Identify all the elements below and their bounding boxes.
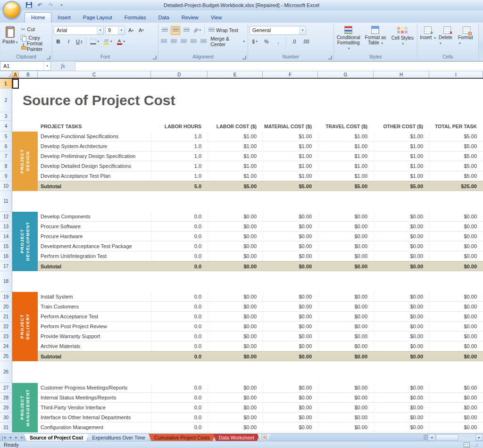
value-cell[interactable]: $0.00 — [318, 292, 374, 302]
insert-cells-button[interactable]: + Insert ▾ — [419, 25, 437, 54]
column-header-d[interactable]: D — [151, 71, 208, 78]
value-cell[interactable]: $1.00 — [263, 171, 318, 181]
row-header-17[interactable]: 17 — [0, 261, 12, 271]
scrollbar-thumb[interactable] — [436, 434, 458, 440]
format-painter-button[interactable]: Format Painter — [20, 42, 50, 50]
font-size-select[interactable]: 9▾ — [105, 26, 125, 35]
subtotal-cell[interactable]: $0.00 — [374, 351, 429, 361]
value-cell[interactable]: $0.00 — [374, 212, 429, 222]
sheet-tab-source-of-project-cost[interactable]: Source of Project Cost — [24, 434, 89, 441]
value-cell[interactable]: $0.00 — [318, 383, 374, 393]
value-cell[interactable]: $1.00 — [208, 161, 263, 171]
number-dialog-launcher[interactable] — [328, 56, 332, 59]
value-cell[interactable]: $5.00 — [429, 171, 483, 181]
paste-button[interactable]: Paste▾ — [2, 25, 18, 54]
value-cell[interactable]: $0.00 — [318, 232, 374, 241]
value-cell[interactable]: $0.00 — [374, 302, 429, 312]
subtotal-cell[interactable]: $0.00 — [318, 351, 374, 361]
value-cell[interactable]: $1.00 — [263, 141, 318, 151]
value-cell[interactable]: $0.00 — [429, 423, 483, 432]
ribbon-tab-page-layout[interactable]: Page Layout — [77, 13, 118, 23]
resize-grip[interactable] — [475, 442, 479, 447]
column-header-h[interactable]: H — [374, 71, 429, 78]
value-cell[interactable]: $1.00 — [263, 161, 318, 171]
task-cell[interactable]: Customer Progress Meetings/Reports — [38, 383, 151, 393]
row-header-4[interactable]: 4 — [0, 121, 12, 132]
sheet-nav-first-button[interactable]: |◄ — [1, 436, 7, 439]
task-cell[interactable]: Procure Hardware — [38, 232, 151, 241]
row-header-11[interactable]: 11 — [0, 191, 12, 212]
value-cell[interactable]: $5.00 — [429, 132, 483, 141]
value-cell[interactable]: $1.00 — [263, 151, 318, 161]
value-cell[interactable]: 0.0 — [151, 403, 208, 413]
value-cell[interactable]: 0.0 — [151, 393, 208, 403]
subtotal-cell[interactable]: $0.00 — [429, 261, 483, 271]
value-cell[interactable]: $1.00 — [208, 132, 263, 141]
value-cell[interactable]: $1.00 — [208, 151, 263, 161]
value-cell[interactable]: $0.00 — [429, 222, 483, 232]
task-cell[interactable]: Internal Status Meetings/Reports — [38, 393, 151, 403]
value-cell[interactable]: $0.00 — [429, 393, 483, 403]
value-cell[interactable]: $0.00 — [208, 212, 263, 222]
value-cell[interactable]: $0.00 — [263, 232, 318, 241]
value-cell[interactable]: $1.00 — [318, 161, 374, 171]
value-cell[interactable]: $0.00 — [208, 341, 263, 351]
task-cell[interactable]: Develop System Architecture — [38, 141, 151, 151]
italic-button[interactable]: I — [64, 37, 73, 46]
value-cell[interactable]: $0.00 — [208, 393, 263, 403]
row-header-16[interactable]: 16 — [0, 251, 12, 261]
bold-button[interactable]: B — [54, 37, 63, 46]
subtotal-cell[interactable]: $0.00 — [318, 261, 374, 271]
row-header-22[interactable]: 22 — [0, 322, 12, 332]
value-cell[interactable]: $0.00 — [374, 341, 429, 351]
percent-style-button[interactable]: % — [261, 37, 272, 46]
value-cell[interactable]: $0.00 — [208, 251, 263, 261]
header-cell[interactable]: PROJECT TASKS — [38, 121, 151, 132]
value-cell[interactable]: $0.00 — [263, 312, 318, 322]
value-cell[interactable]: $0.00 — [318, 241, 374, 251]
value-cell[interactable]: $0.00 — [374, 413, 429, 423]
insert-function-button[interactable]: fx — [61, 63, 65, 70]
value-cell[interactable]: $0.00 — [263, 413, 318, 423]
task-cell[interactable]: Develop Detailed Design Specifications — [38, 161, 151, 171]
value-cell[interactable]: 1.0 — [151, 171, 208, 181]
value-cell[interactable]: $0.00 — [429, 403, 483, 413]
value-cell[interactable]: $0.00 — [263, 251, 318, 261]
value-cell[interactable]: $1.00 — [208, 171, 263, 181]
value-cell[interactable]: $0.00 — [208, 302, 263, 312]
subtotal-cell[interactable]: $0.00 — [208, 351, 263, 361]
number-format-select[interactable]: General▾ — [250, 26, 306, 35]
row-header-23[interactable]: 23 — [0, 332, 12, 341]
header-cell[interactable]: TOTAL PER TASK — [429, 121, 483, 132]
value-cell[interactable]: $0.00 — [429, 212, 483, 222]
undo-button[interactable]: ↶ — [35, 1, 44, 9]
value-cell[interactable]: $0.00 — [374, 332, 429, 341]
row-header-13[interactable]: 13 — [0, 222, 12, 232]
alignment-dialog-launcher[interactable] — [242, 56, 246, 59]
increase-decimal-button[interactable]: .0 — [289, 37, 299, 46]
sheet-tab-cumulative-project-costs[interactable]: Cumulative Project Costs — [149, 434, 216, 441]
value-cell[interactable]: $0.00 — [208, 241, 263, 251]
value-cell[interactable]: $0.00 — [208, 222, 263, 232]
align-right-button[interactable] — [180, 37, 188, 46]
value-cell[interactable]: $0.00 — [374, 292, 429, 302]
value-cell[interactable]: $1.00 — [318, 141, 374, 151]
value-cell[interactable]: $0.00 — [429, 302, 483, 312]
sheet-nav-prev-button[interactable]: ◄ — [7, 436, 13, 439]
scroll-left-button[interactable]: ◄ — [428, 434, 435, 441]
row-header-1[interactable]: 1 — [0, 79, 12, 89]
row-header-27[interactable]: 27 — [0, 383, 12, 393]
ribbon-tab-review[interactable]: Review — [175, 13, 205, 23]
value-cell[interactable]: $5.00 — [429, 151, 483, 161]
value-cell[interactable]: $0.00 — [208, 322, 263, 332]
format-as-table-button[interactable]: Format as Table ▾ — [362, 25, 388, 54]
subtotal-cell[interactable]: $5.00 — [208, 181, 263, 191]
subtotal-cell[interactable]: $25.00 — [429, 181, 483, 191]
scroll-right-button[interactable]: ► — [475, 434, 483, 441]
value-cell[interactable]: $0.00 — [208, 413, 263, 423]
value-cell[interactable]: $0.00 — [374, 383, 429, 393]
value-cell[interactable]: $0.00 — [318, 413, 374, 423]
comma-style-button[interactable]: , — [273, 37, 283, 46]
row-header-21[interactable]: 21 — [0, 312, 12, 322]
font-color-button[interactable]: A▾ — [115, 37, 127, 46]
